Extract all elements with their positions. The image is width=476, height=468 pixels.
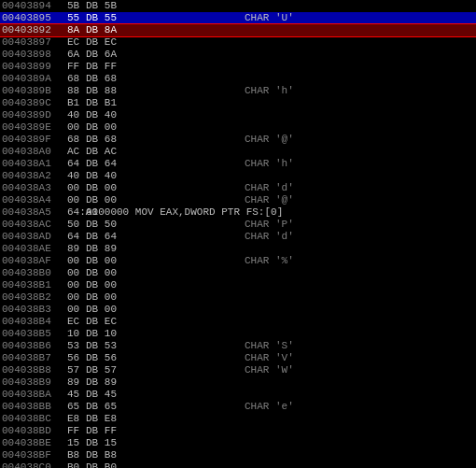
address-cell: 00403894 — [0, 0, 67, 12]
table-row[interactable]: 004038A400DB 00CHAR '@' — [0, 194, 476, 206]
comment-cell: CHAR '@' — [245, 194, 476, 206]
table-row[interactable]: 004038BDFFDB FF — [0, 425, 476, 437]
address-cell: 00403892 — [0, 24, 67, 36]
table-row[interactable]: 004038B510DB 10 — [0, 328, 476, 340]
instruction-cell: DB 56 — [86, 352, 245, 364]
instruction-cell: DB 6A — [86, 49, 245, 61]
table-row[interactable]: 004038C0B0DB B0 — [0, 461, 476, 468]
address-cell: 004038BC — [0, 413, 67, 425]
address-cell: 004038B0 — [0, 267, 67, 279]
byte-cell: 40 — [67, 170, 86, 182]
comment-cell: CHAR 'd' — [245, 231, 476, 243]
instruction-cell: DB 10 — [86, 328, 245, 340]
instruction-cell: DB FF — [86, 425, 245, 437]
table-row[interactable]: 004038A300DB 00CHAR 'd' — [0, 182, 476, 194]
instruction-cell: DB B8 — [86, 449, 245, 461]
address-cell: 00403898 — [0, 49, 67, 61]
table-row[interactable]: 0040389B88DB 88CHAR 'h' — [0, 85, 476, 97]
table-row[interactable]: 004038BE15DB 15 — [0, 437, 476, 449]
disassembly-view: 004038945BDB 5B0040389555DB 55CHAR 'U'00… — [0, 0, 476, 468]
byte-cell: 10 — [67, 328, 86, 340]
table-row[interactable]: 004038A0ACDB AC — [0, 146, 476, 158]
address-cell: 004038B4 — [0, 316, 67, 328]
table-row[interactable]: 004038945BDB 5B — [0, 0, 476, 12]
address-cell: 0040389A — [0, 73, 67, 85]
table-row[interactable]: 0040389F68DB 68CHAR '@' — [0, 134, 476, 146]
table-row[interactable]: 004038928ADB 8A — [0, 24, 476, 36]
address-cell: 0040389F — [0, 134, 67, 146]
byte-cell: 00 — [67, 279, 86, 291]
table-row[interactable]: 004038BCE8DB E8 — [0, 413, 476, 425]
table-row[interactable]: 004038AC50DB 50CHAR 'P' — [0, 219, 476, 231]
address-cell: 004038C0 — [0, 461, 67, 468]
instruction-cell: DB 40 — [86, 170, 245, 182]
instruction-cell: DB 57 — [86, 364, 245, 376]
table-row[interactable]: 0040389A68DB 68 — [0, 73, 476, 85]
table-row[interactable]: 0040389555DB 55CHAR 'U' — [0, 12, 476, 24]
table-row[interactable]: 004038BFB8DB B8 — [0, 449, 476, 461]
byte-cell: 65 — [67, 401, 86, 413]
byte-cell: 68 — [67, 73, 86, 85]
table-row[interactable]: 004038AD64DB 64CHAR 'd' — [0, 231, 476, 243]
table-row[interactable]: 00403899FFDB FF — [0, 61, 476, 73]
table-row[interactable]: 004038B653DB 53CHAR 'S' — [0, 340, 476, 352]
table-row[interactable]: 004038B300DB 00 — [0, 304, 476, 316]
comment-cell: CHAR 'W' — [245, 364, 476, 376]
byte-cell: B1 — [67, 97, 86, 109]
address-cell: 004038AD — [0, 231, 67, 243]
byte-cell: 57 — [67, 364, 86, 376]
table-row[interactable]: 004038AF00DB 00CHAR '%' — [0, 255, 476, 267]
address-cell: 004038B8 — [0, 364, 67, 376]
table-row[interactable]: 004038B756DB 56CHAR 'V' — [0, 352, 476, 364]
table-row[interactable]: 0040389D40DB 40 — [0, 109, 476, 121]
address-cell: 004038B1 — [0, 279, 67, 291]
table-row[interactable]: 004038AE89DB 89 — [0, 243, 476, 255]
byte-cell: B0 — [67, 461, 86, 468]
table-row[interactable]: 004038B989DB 89 — [0, 376, 476, 389]
comment-cell: CHAR 'P' — [245, 219, 476, 231]
address-cell: 0040389D — [0, 109, 67, 121]
byte-cell: 89 — [67, 376, 86, 389]
instruction-cell: DB 40 — [86, 109, 245, 121]
address-cell: 004038BE — [0, 437, 67, 449]
byte-cell: E8 — [67, 413, 86, 425]
instruction-cell: DB 00 — [86, 267, 245, 279]
table-row[interactable]: 004038B4ECDB EC — [0, 316, 476, 328]
instruction-cell: DB 64 — [86, 158, 245, 170]
instruction-cell: DB E8 — [86, 413, 245, 425]
instruction-cell: DB 00 — [86, 255, 245, 267]
byte-cell: 00 — [67, 304, 86, 316]
instruction-cell: DB FF — [86, 61, 245, 73]
table-row[interactable]: 004038BB65DB 65CHAR 'e' — [0, 401, 476, 413]
table-row[interactable]: 004038B000DB 00 — [0, 267, 476, 279]
table-row[interactable]: 004038A164DB 64CHAR 'h' — [0, 158, 476, 170]
comment-cell: CHAR 'd' — [245, 182, 476, 194]
address-cell: 004038A5 — [0, 206, 67, 219]
table-row[interactable]: 00403897ECDB EC — [0, 36, 476, 49]
instruction-cell: DB 89 — [86, 243, 245, 255]
address-cell: 004038BB — [0, 401, 67, 413]
table-row[interactable]: 0040389E00DB 00 — [0, 121, 476, 134]
table-row[interactable]: 004038A564:A10000000 MOV EAX,DWORD PTR F… — [0, 206, 476, 219]
byte-cell: 6A — [67, 49, 86, 61]
byte-cell: EC — [67, 36, 86, 49]
instruction-cell: DB 00 — [86, 279, 245, 291]
table-row[interactable]: 0040389CB1DB B1 — [0, 97, 476, 109]
byte-cell: 88 — [67, 85, 86, 97]
table-row[interactable]: 004038B200DB 00 — [0, 291, 476, 304]
byte-cell: 40 — [67, 109, 86, 121]
byte-cell: FF — [67, 61, 86, 73]
address-cell: 004038BD — [0, 425, 67, 437]
byte-cell: AC — [67, 146, 86, 158]
table-row[interactable]: 004038A240DB 40 — [0, 170, 476, 182]
table-row[interactable]: 004038986ADB 6A — [0, 49, 476, 61]
byte-cell: 15 — [67, 437, 86, 449]
byte-cell: 89 — [67, 243, 86, 255]
table-row[interactable]: 004038B857DB 57CHAR 'W' — [0, 364, 476, 376]
table-row[interactable]: 004038BA45DB 45 — [0, 389, 476, 401]
address-cell: 004038BF — [0, 449, 67, 461]
table-row[interactable]: 004038B100DB 00 — [0, 279, 476, 291]
address-cell: 004038B5 — [0, 328, 67, 340]
instruction-cell: DB EC — [86, 36, 245, 49]
address-cell: 004038A3 — [0, 182, 67, 194]
